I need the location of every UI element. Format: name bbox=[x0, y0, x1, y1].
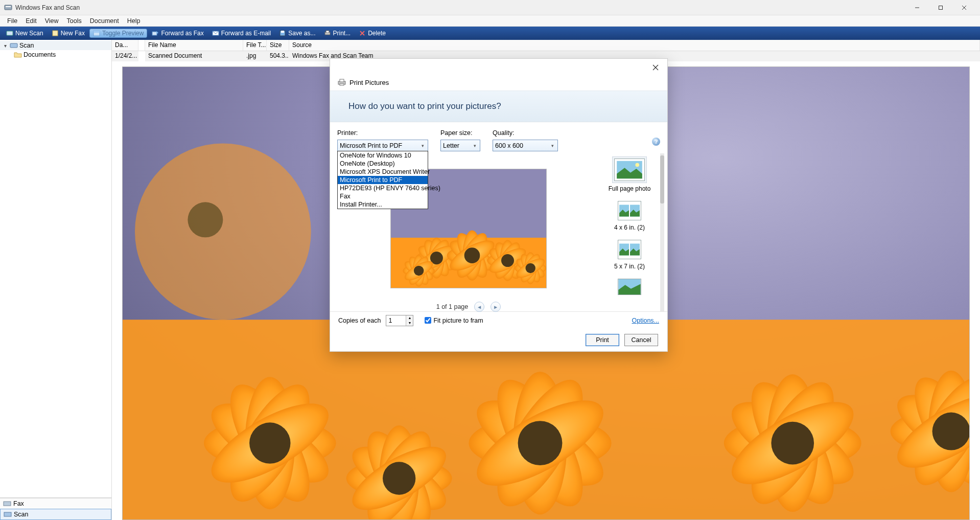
bottom-tab-fax[interactable]: Fax bbox=[0, 498, 111, 509]
layout-4x6[interactable]: 4 x 6 in. (2) bbox=[614, 199, 645, 231]
forward-fax-button[interactable]: Forward as Fax bbox=[148, 29, 207, 38]
delete-icon bbox=[359, 30, 366, 37]
layout-4x6-label: 4 x 6 in. (2) bbox=[614, 224, 645, 231]
svg-rect-19 bbox=[4, 502, 11, 506]
scanner-icon bbox=[10, 41, 18, 50]
copies-up-button[interactable]: ▲ bbox=[406, 315, 413, 321]
printer-option[interactable]: HP72DE93 (HP ENVY 7640 series) bbox=[338, 184, 428, 192]
cell-size: 504.3... bbox=[267, 51, 289, 61]
tree-root-scan[interactable]: ▾ Scan bbox=[0, 41, 111, 50]
col-filetype[interactable]: File T... bbox=[243, 40, 267, 51]
cancel-button[interactable]: Cancel bbox=[624, 334, 658, 346]
layouts-scrollbar[interactable] bbox=[660, 153, 664, 311]
layout-5x7[interactable]: 5 x 7 in. (2) bbox=[614, 238, 645, 270]
toggle-preview-button[interactable]: Toggle Preview bbox=[89, 29, 147, 38]
tree-root-label: Scan bbox=[19, 42, 34, 49]
bottom-tab-scan-label: Scan bbox=[14, 511, 29, 518]
dialog-heading: How do you want to print your pictures? bbox=[330, 91, 667, 122]
menu-edit[interactable]: Edit bbox=[21, 16, 41, 26]
print-button[interactable]: Print... bbox=[320, 29, 355, 38]
svg-rect-1 bbox=[6, 6, 11, 7]
chevron-down-icon: ▾ bbox=[420, 143, 426, 148]
list-header: Da... File Name File T... Size Source bbox=[112, 40, 980, 51]
options-link[interactable]: Options... bbox=[632, 317, 660, 324]
delete-button[interactable]: Delete bbox=[355, 29, 389, 38]
new-fax-button[interactable]: New Fax bbox=[48, 29, 88, 38]
save-as-button[interactable]: Save as... bbox=[275, 29, 319, 38]
svg-rect-13 bbox=[281, 31, 284, 33]
collapse-icon[interactable]: ▾ bbox=[2, 43, 8, 49]
copies-down-button[interactable]: ▼ bbox=[406, 321, 413, 326]
quality-selected-value: 600 x 600 bbox=[495, 142, 523, 149]
close-button[interactable] bbox=[952, 0, 976, 15]
svg-rect-18 bbox=[10, 43, 17, 48]
forward-email-button[interactable]: Forward as E-mail bbox=[208, 29, 274, 38]
svg-rect-7 bbox=[53, 31, 58, 36]
layout-5x7-label: 5 x 7 in. (2) bbox=[614, 263, 645, 270]
quality-select[interactable]: 600 x 600 ▾ bbox=[493, 140, 558, 151]
next-page-button[interactable]: ► bbox=[491, 302, 501, 312]
col-source[interactable]: Source bbox=[289, 40, 980, 51]
print-icon bbox=[324, 30, 331, 37]
copies-input[interactable] bbox=[386, 315, 406, 326]
forward-email-icon bbox=[212, 30, 219, 37]
folder-icon bbox=[14, 51, 22, 59]
menu-view[interactable]: View bbox=[41, 16, 63, 26]
tree-item-documents[interactable]: Documents bbox=[0, 50, 111, 59]
menu-bar: File Edit View Tools Document Help bbox=[0, 15, 980, 27]
printer-icon bbox=[337, 78, 346, 86]
printer-label: Printer: bbox=[337, 129, 428, 137]
print-confirm-button[interactable]: Print bbox=[586, 334, 619, 346]
maximize-button[interactable] bbox=[929, 0, 952, 15]
menu-help[interactable]: Help bbox=[123, 16, 145, 26]
svg-point-24 bbox=[188, 202, 223, 237]
col-filename[interactable]: File Name bbox=[145, 40, 243, 51]
paper-label: Paper size: bbox=[440, 129, 480, 137]
cell-filename: Scanned Document bbox=[145, 51, 243, 61]
bottom-tab-fax-label: Fax bbox=[13, 500, 24, 507]
svg-rect-3 bbox=[939, 6, 943, 9]
layout-more[interactable] bbox=[616, 277, 643, 297]
window-title: Windows Fax and Scan bbox=[15, 4, 80, 11]
layout-full-page[interactable]: Full page photo bbox=[609, 156, 651, 192]
printer-option[interactable]: OneNote (Desktop) bbox=[338, 160, 428, 168]
menu-file[interactable]: File bbox=[3, 16, 21, 26]
left-nav: ▾ Scan Documents Fax Scan bbox=[0, 40, 112, 520]
printer-option[interactable]: OneNote for Windows 10 bbox=[338, 151, 428, 160]
scan-small-icon bbox=[4, 511, 12, 518]
dialog-close-button[interactable] bbox=[648, 61, 663, 74]
svg-rect-35 bbox=[340, 79, 344, 82]
printer-option[interactable]: Install Printer... bbox=[338, 200, 428, 209]
col-date[interactable]: Da... bbox=[112, 40, 138, 51]
content-area: Da... File Name File T... Size Source 1/… bbox=[112, 40, 980, 520]
prev-page-button[interactable]: ◄ bbox=[474, 302, 484, 312]
app-icon bbox=[4, 4, 12, 12]
fit-picture-checkbox[interactable] bbox=[425, 317, 431, 324]
col-size[interactable]: Size bbox=[267, 40, 289, 51]
chevron-down-icon: ▾ bbox=[472, 143, 478, 148]
minimize-button[interactable] bbox=[905, 0, 929, 15]
svg-rect-10 bbox=[152, 32, 157, 35]
svg-rect-0 bbox=[5, 5, 12, 10]
new-scan-button[interactable]: New Scan bbox=[3, 29, 47, 38]
preview-icon bbox=[93, 30, 100, 37]
menu-tools[interactable]: Tools bbox=[63, 16, 86, 26]
fit-picture-label: Fit picture to fram bbox=[433, 317, 483, 324]
svg-rect-36 bbox=[340, 84, 344, 85]
help-icon[interactable]: ? bbox=[652, 138, 660, 146]
scrollbar-thumb[interactable] bbox=[660, 155, 664, 204]
bottom-tab-scan[interactable]: Scan bbox=[0, 509, 111, 520]
fax-small-icon bbox=[3, 500, 11, 507]
printer-option[interactable]: Microsoft XPS Document Writer bbox=[338, 168, 428, 176]
svg-point-41 bbox=[635, 163, 639, 167]
printer-option-selected[interactable]: Microsoft Print to PDF bbox=[338, 176, 428, 184]
svg-rect-15 bbox=[326, 31, 329, 33]
fax-icon bbox=[52, 30, 59, 37]
save-icon bbox=[279, 30, 286, 37]
paper-size-select[interactable]: Letter ▾ bbox=[440, 140, 480, 151]
col-sort-indicator bbox=[138, 40, 145, 51]
copies-spinner[interactable]: ▲ ▼ bbox=[386, 315, 413, 326]
menu-document[interactable]: Document bbox=[86, 16, 123, 26]
printer-option[interactable]: Fax bbox=[338, 192, 428, 200]
printer-select[interactable]: Microsoft Print to PDF ▾ bbox=[337, 140, 428, 151]
